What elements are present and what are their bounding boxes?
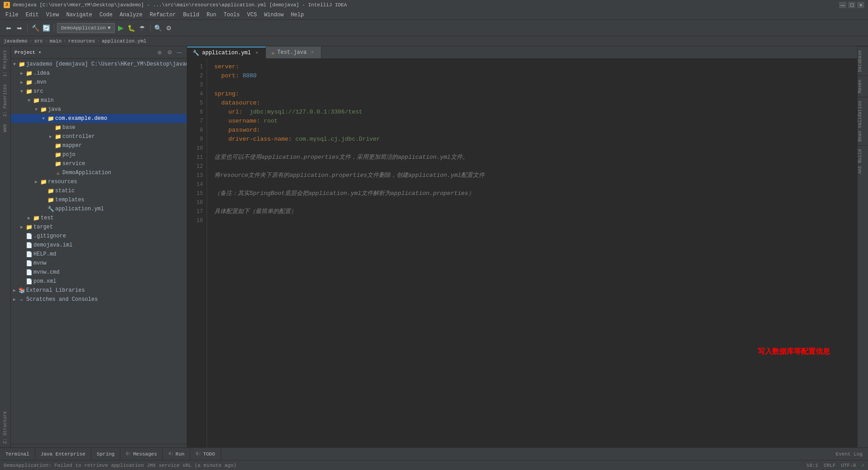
debug-button[interactable]: 🐛 xyxy=(127,23,137,33)
sidebar-settings-btn[interactable]: ⚙ xyxy=(166,49,173,56)
tree-item-12[interactable]: ☕DemoApplication xyxy=(11,168,187,177)
tree-item-20[interactable]: 📄demojava.iml xyxy=(11,241,187,250)
tree-item-4[interactable]: ▼📁main xyxy=(11,96,187,105)
tree-file-icon: 📁 xyxy=(54,142,61,149)
bottom-tab-1[interactable]: Java Enterprise xyxy=(35,448,91,461)
toolbar-sync-btn[interactable]: 🔄 xyxy=(41,23,51,33)
tree-item-19[interactable]: 📄.gitignore xyxy=(11,232,187,241)
line-ending[interactable]: CRLF xyxy=(824,463,835,468)
tree-file-icon: 📁 xyxy=(47,115,54,122)
code-content[interactable]: server: port: 8080spring: datasource: ur… xyxy=(207,59,857,447)
left-tab-favorites[interactable]: 2: Favorites xyxy=(2,81,9,120)
menu-item-view[interactable]: View xyxy=(42,11,63,19)
toolbar-back-btn[interactable]: ⬅ xyxy=(4,23,14,33)
bottom-tab-2[interactable]: Spring xyxy=(91,448,121,461)
bc-item[interactable]: src xyxy=(34,38,43,44)
menu-item-file[interactable]: File xyxy=(2,11,22,19)
menu-item-analyze[interactable]: Analyze xyxy=(116,11,146,19)
tree-item-1[interactable]: ▶📁.idea xyxy=(11,69,187,78)
tree-item-label: javademo [demojava] C:\Users\HKer_YM\Des… xyxy=(26,61,187,67)
coverage-button[interactable]: ☂ xyxy=(137,23,147,33)
menu-item-build[interactable]: Build xyxy=(179,11,203,19)
app-config-dropdown[interactable]: DemoApplication ▼ xyxy=(57,23,115,33)
left-tab-zstructure[interactable]: Z: Structure xyxy=(2,408,9,447)
maximize-button[interactable]: ☐ xyxy=(848,2,855,8)
tree-item-22[interactable]: 📄mvnw xyxy=(11,259,187,268)
menu-item-window[interactable]: Window xyxy=(260,11,287,19)
bc-item[interactable]: resources xyxy=(68,38,95,44)
tree-item-16[interactable]: 🔧application.yml xyxy=(11,204,187,214)
tree-item-24[interactable]: 📄pom.xml xyxy=(11,277,187,286)
bc-item[interactable]: main xyxy=(50,38,61,44)
editor-tabs: 🔧application.yml×☕Test.java× xyxy=(187,46,857,59)
toolbar-build-btn[interactable]: 🔨 xyxy=(30,23,40,33)
tree-item-9[interactable]: 📁mapper xyxy=(11,141,187,150)
tree-item-23[interactable]: 📄mvnw.cmd xyxy=(11,268,187,277)
tree-item-18[interactable]: ▶📁target xyxy=(11,223,187,232)
tree-item-14[interactable]: 📁static xyxy=(11,186,187,195)
menu-item-code[interactable]: Code xyxy=(96,11,116,19)
cursor-position[interactable]: 18:1 xyxy=(807,463,818,468)
settings-button[interactable]: ⚙ xyxy=(164,23,174,33)
right-panel-maven[interactable]: Maven xyxy=(858,76,868,97)
right-panel-bean-validation[interactable]: Bean Validation xyxy=(858,97,868,145)
tree-item-17[interactable]: ▶📁test xyxy=(11,214,187,223)
bottom-tab-4[interactable]: 4:Run xyxy=(163,448,190,461)
tree-item-25[interactable]: ▶📚External Libraries xyxy=(11,286,187,295)
bottom-tab-3[interactable]: 0:Messages xyxy=(120,448,163,461)
right-panel-ant-build[interactable]: Ant Build xyxy=(858,145,868,177)
tree-item-3[interactable]: ▼📁src xyxy=(11,87,187,96)
menu-item-vcs[interactable]: VCS xyxy=(244,11,261,19)
search-button[interactable]: 🔍 xyxy=(153,23,163,33)
bottom-tab-0[interactable]: Terminal xyxy=(0,448,35,461)
close-button[interactable]: ✕ xyxy=(857,2,864,8)
tree-item-7[interactable]: 📁base xyxy=(11,123,187,132)
tree-item-0[interactable]: ▼📁javademo [demojava] C:\Users\HKer_YM\D… xyxy=(11,60,187,69)
tree-item-15[interactable]: 📁templates xyxy=(11,195,187,204)
tree-horizontal-scroll[interactable] xyxy=(11,444,187,447)
tree-item-21[interactable]: 📄HELP.md xyxy=(11,250,187,259)
menu-item-run[interactable]: Run xyxy=(203,11,220,19)
tree-item-label: com.example.demo xyxy=(55,115,107,122)
left-tab-web[interactable]: Web xyxy=(2,120,9,136)
sidebar-collapse-btn[interactable]: — xyxy=(176,49,183,56)
bc-item[interactable]: application.yml xyxy=(102,38,146,44)
tree-arrow: ▶ xyxy=(11,288,18,293)
menu-item-refactor[interactable]: Refactor xyxy=(146,11,179,19)
line-numbers: 123456789101112131415161718 xyxy=(187,59,207,447)
minimize-button[interactable]: — xyxy=(839,2,846,8)
right-panel-database[interactable]: Database xyxy=(858,46,868,76)
menu-bar: FileEditViewNavigateCodeAnalyzeRefactorB… xyxy=(0,10,868,20)
tree-file-icon: 📁 xyxy=(47,188,54,195)
tree-item-11[interactable]: 📁service xyxy=(11,159,187,168)
tree-arrow: ▶ xyxy=(18,224,25,230)
menu-item-tools[interactable]: Tools xyxy=(220,11,244,19)
tab-close-btn[interactable]: × xyxy=(309,49,316,56)
toolbar-forward-btn[interactable]: ➡ xyxy=(14,23,24,33)
tree-item-8[interactable]: ▶📁controller xyxy=(11,132,187,141)
editor-tab-1[interactable]: ☕Test.java× xyxy=(266,47,321,58)
tree-item-5[interactable]: ▼📁java xyxy=(11,105,187,114)
editor-tab-0[interactable]: 🔧application.yml× xyxy=(187,47,266,58)
run-button[interactable]: ▶ xyxy=(116,23,126,33)
tab-close-btn[interactable]: × xyxy=(254,50,260,56)
tree-item-13[interactable]: ▶📁resources xyxy=(11,177,187,186)
tree-item-label: service xyxy=(62,161,85,167)
code-editor[interactable]: 123456789101112131415161718 server: port… xyxy=(187,59,857,447)
sidebar-sync-btn[interactable]: ⊕ xyxy=(156,49,163,56)
event-log-btn[interactable]: Event Log xyxy=(836,451,868,457)
bc-item[interactable]: javademo xyxy=(4,38,28,44)
menu-item-navigate[interactable]: Navigate xyxy=(62,11,96,19)
left-tab-project[interactable]: 1: Project xyxy=(2,46,9,81)
line-number-13: 13 xyxy=(187,171,203,180)
tree-item-10[interactable]: 📁pojo xyxy=(11,150,187,159)
code-line-12 xyxy=(214,162,850,171)
bottom-tab-5[interactable]: 6:TODO xyxy=(190,448,221,461)
menu-item-help[interactable]: Help xyxy=(287,11,307,19)
bottom-tab-label: Terminal xyxy=(5,451,29,457)
charset[interactable]: UTF-8 xyxy=(841,463,856,468)
tree-item-26[interactable]: ▶✏️Scratches and Consoles xyxy=(11,295,187,304)
menu-item-edit[interactable]: Edit xyxy=(22,11,42,19)
tree-item-6[interactable]: ▼📁com.example.demo xyxy=(11,114,187,123)
tree-item-2[interactable]: ▶📁.mvn xyxy=(11,78,187,87)
